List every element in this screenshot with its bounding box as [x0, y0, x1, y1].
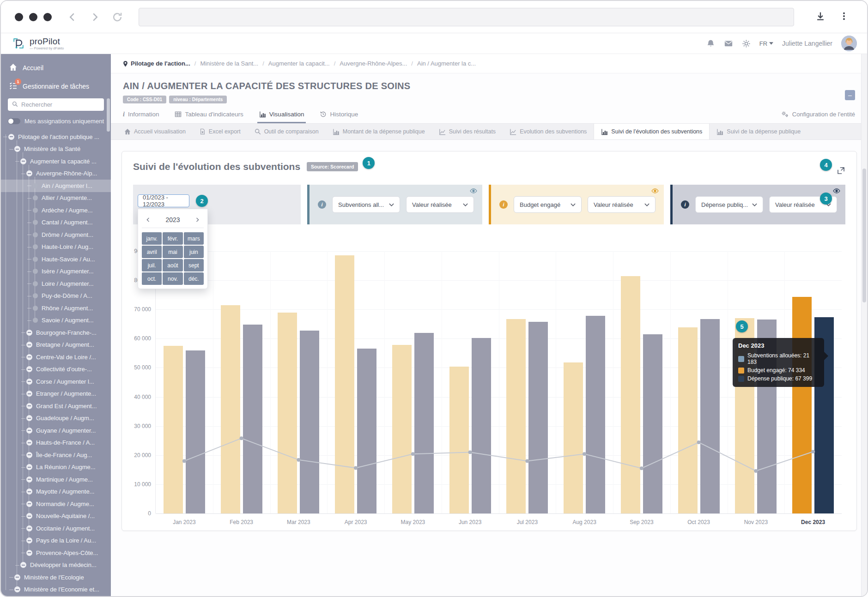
breadcrumb-item[interactable]: Ministère de la Sant...: [200, 60, 258, 67]
tree-item-selected[interactable]: Ain / Augmenter l...: [1, 180, 111, 192]
collapse-node-icon[interactable]: [26, 330, 32, 336]
breadcrumb-item[interactable]: Pilotage de l'action...: [123, 60, 190, 67]
picker-month-mai[interactable]: mai: [163, 246, 182, 258]
tree-item[interactable]: Haute-Savoie / Au...: [1, 253, 111, 265]
tree-item[interactable]: Occitanie / Augment...: [1, 522, 111, 535]
visibility-eye-icon[interactable]: [833, 188, 840, 193]
subtab-montant-de-la-d-pense-publique[interactable]: Montant de la dépense publique: [326, 124, 432, 139]
collapse-node-icon[interactable]: [14, 146, 20, 152]
tree-item[interactable]: Pilotage de l'action publique ...: [1, 131, 111, 143]
tree-item[interactable]: Île-de-France / Aug...: [1, 449, 111, 461]
tree-item[interactable]: Rhône / Augment...: [1, 302, 111, 314]
sidebar-item-task-manager[interactable]: 1 Gestionnaire de tâches: [1, 77, 111, 96]
language-selector[interactable]: FR: [759, 40, 773, 47]
subtab-excel-export[interactable]: Excel export: [193, 124, 248, 139]
collapse-node-icon[interactable]: [26, 476, 32, 482]
picker-next-year-icon[interactable]: [194, 217, 200, 223]
sidebar-item-home[interactable]: Accueil: [1, 59, 111, 77]
window-dot-icon[interactable]: [15, 13, 23, 21]
picker-year[interactable]: 2023: [165, 216, 180, 223]
tree-item[interactable]: Hauts-de-France / A...: [1, 437, 111, 449]
picker-month-nov[interactable]: nov.: [163, 272, 182, 285]
collapse-node-icon[interactable]: [26, 488, 32, 494]
tree-item[interactable]: Grand Est / Augment...: [1, 400, 111, 412]
value-type-select[interactable]: Valeur réalisée: [588, 196, 656, 213]
collapse-node-icon[interactable]: [20, 562, 26, 568]
scrollbar-thumb[interactable]: [862, 169, 866, 302]
messages-envelope-icon[interactable]: [724, 39, 733, 48]
picker-month-sept[interactable]: sept: [184, 259, 204, 271]
tree-item[interactable]: Loire / Augmenter...: [1, 277, 111, 290]
tree-item[interactable]: Guyane / Augmenter...: [1, 424, 111, 437]
subtab-suivi-des-r-sultats[interactable]: Suivi des résultats: [432, 124, 503, 139]
user-avatar[interactable]: [841, 36, 857, 51]
visibility-eye-icon[interactable]: [470, 188, 477, 193]
tree-item[interactable]: Nouvelle-Aquitaine /...: [1, 510, 111, 523]
app-logo[interactable]: proPilot — Powered by dFakto: [11, 36, 64, 51]
user-name[interactable]: Juliette Langellier: [782, 40, 832, 47]
collapse-node-icon[interactable]: [26, 415, 32, 421]
picker-month-mars[interactable]: mars: [184, 232, 204, 245]
tree-item[interactable]: Bretagne / Augment...: [1, 339, 111, 351]
tree-item[interactable]: Martinique / Augme...: [1, 473, 111, 486]
subtab-suivi-de-l-volution-des-subventions[interactable]: Suivi de l'évolution des subventions: [594, 124, 710, 139]
tree-item[interactable]: Bourgogne-Franche-...: [1, 326, 111, 339]
expand-chart-icon[interactable]: [837, 166, 845, 175]
breadcrumb-item[interactable]: Auvergne-Rhône-Alpes...: [340, 60, 407, 67]
date-range-input[interactable]: 01/2023 - 12/2023: [138, 194, 189, 207]
collapse-node-icon[interactable]: [14, 574, 20, 580]
tab-tableau-d-indicateurs[interactable]: Tableau d'indicateurs: [175, 111, 243, 123]
tree-item[interactable]: Centre-Val de Loire /...: [1, 351, 111, 363]
tree-item[interactable]: Corse / Augmenter l...: [1, 375, 111, 388]
tree-item[interactable]: Puy-de-Dôme / A...: [1, 290, 111, 302]
tree-item[interactable]: Auvergne-Rhône-Alp...: [1, 168, 111, 180]
collapse-node-icon[interactable]: [26, 403, 32, 409]
collapse-panel-button[interactable]: –: [845, 90, 855, 100]
tree-item[interactable]: Allier / Augmente...: [1, 192, 111, 205]
window-dot-icon[interactable]: [43, 13, 52, 21]
subtab-evolution-des-subventions[interactable]: Evolution des subventions: [503, 124, 594, 139]
collapse-node-icon[interactable]: [26, 537, 32, 543]
entity-configuration-button[interactable]: Configuration de l'entité: [781, 111, 855, 123]
collapse-node-icon[interactable]: [8, 134, 14, 140]
tree-item[interactable]: Guadeloupe / Augm...: [1, 412, 111, 425]
collapse-node-icon[interactable]: [14, 586, 20, 592]
tree-item[interactable]: Mayotte / Augmente...: [1, 486, 111, 498]
picker-month-juin[interactable]: juin: [184, 246, 204, 258]
picker-month-oct[interactable]: oct.: [142, 272, 162, 285]
tree-item[interactable]: La Réunion / Augme...: [1, 461, 111, 474]
tree-item[interactable]: Isère / Augmenter...: [1, 265, 111, 278]
tree-item[interactable]: Haute-Loire / Aug...: [1, 241, 111, 253]
collapse-node-icon[interactable]: [26, 428, 32, 434]
subtab-accueil-visualisation[interactable]: Accueil visualisation: [117, 124, 193, 139]
collapse-node-icon[interactable]: [20, 158, 26, 164]
breadcrumb-item[interactable]: Augmenter la capacit...: [268, 60, 330, 67]
collapse-node-icon[interactable]: [26, 440, 32, 446]
picker-month-dc[interactable]: déc.: [184, 272, 204, 285]
sidebar-scrollbar[interactable]: [107, 98, 110, 132]
collapse-node-icon[interactable]: [26, 391, 32, 397]
search-input[interactable]: Rechercher: [8, 98, 104, 111]
settings-gear-icon[interactable]: [742, 39, 751, 48]
tree-item[interactable]: Cantal / Augment...: [1, 217, 111, 229]
tree-item[interactable]: Développer la médecin...: [1, 559, 111, 572]
kebab-menu-icon[interactable]: [839, 12, 849, 23]
picker-month-juil[interactable]: juil.: [142, 259, 162, 271]
subtab-suivi-de-la-d-pense-publique[interactable]: Suivi de la dépense publique: [710, 124, 807, 139]
tree-item[interactable]: Ministère de la Santé: [1, 143, 111, 156]
collapse-node-icon[interactable]: [26, 550, 32, 556]
tab-historique[interactable]: Historique: [320, 111, 358, 123]
picker-prev-year-icon[interactable]: [146, 217, 151, 223]
collapse-node-icon[interactable]: [26, 366, 32, 372]
subtab-outil-de-comparaison[interactable]: Outil de comparaison: [248, 124, 326, 139]
collapse-node-icon[interactable]: [26, 342, 32, 348]
tree-item[interactable]: Provence-Alpes-Côte...: [1, 547, 111, 559]
tree-item[interactable]: Savoie / Augment...: [1, 314, 111, 327]
picker-month-janv[interactable]: janv.: [142, 232, 162, 245]
tree-item[interactable]: Augmenter la capacité ...: [1, 155, 111, 168]
refresh-icon[interactable]: [112, 12, 123, 23]
tab-information[interactable]: iInformation: [123, 111, 159, 123]
indicator-select[interactable]: Dépense publiq...: [695, 196, 763, 213]
back-icon[interactable]: [67, 12, 78, 22]
window-dot-icon[interactable]: [29, 13, 37, 21]
